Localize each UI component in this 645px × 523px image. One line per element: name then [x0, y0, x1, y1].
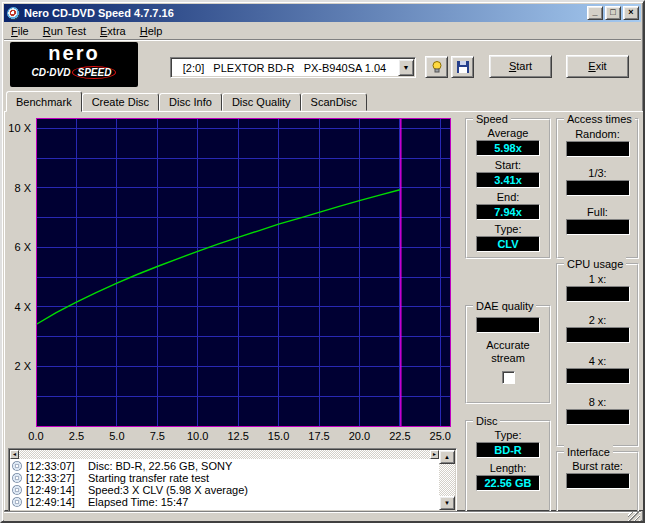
svg-text:7.5: 7.5	[150, 430, 165, 442]
burst-rate-value	[566, 473, 630, 489]
cpu-1x-value	[566, 286, 630, 302]
titlebar[interactable]: Nero CD-DVD Speed 4.7.7.16 _ □ ×	[4, 4, 641, 22]
full-label: Full:	[587, 206, 608, 219]
cpu-2x-label: 2 x:	[589, 314, 607, 327]
one-third-label: 1/3:	[588, 167, 606, 180]
average-label: Average	[488, 127, 529, 140]
disc-length-label: Length:	[490, 462, 527, 475]
cpu-4x-value	[566, 368, 630, 384]
average-value: 5.98x	[476, 140, 540, 156]
scroll-up-button[interactable]: ▲	[439, 450, 455, 464]
scroll-down-button[interactable]: ▼	[439, 496, 455, 510]
access-times-panel: Access times Random: 1/3: Full:	[556, 118, 639, 259]
speed-panel: Speed Average 5.98x Start: 3.41x End: 7.…	[465, 118, 551, 259]
app-window: Nero CD-DVD Speed 4.7.7.16 _ □ × File Ru…	[0, 0, 645, 523]
close-button[interactable]: ×	[623, 6, 639, 20]
cpu-8x-label: 8 x:	[589, 396, 607, 409]
disc-type-value: BD-R	[476, 442, 540, 458]
disc-icon	[12, 497, 22, 507]
svg-text:22.5: 22.5	[389, 430, 410, 442]
menu-help[interactable]: Help	[133, 23, 170, 39]
svg-text:12.5: 12.5	[227, 430, 248, 442]
svg-text:0.0: 0.0	[28, 430, 43, 442]
tabstrip: Benchmark Create Disc Disc Info Disc Qua…	[6, 90, 367, 111]
cpu-usage-panel: CPU usage 1 x: 2 x: 4 x: 8 x:	[556, 263, 639, 447]
speed-type-value: CLV	[476, 236, 540, 252]
log-entry[interactable]: [12:33:27] Starting transfer rate test	[11, 472, 438, 484]
svg-text:2.5: 2.5	[69, 430, 84, 442]
benchmark-chart: 2 X4 X6 X8 X10 X0.02.55.07.510.012.515.0…	[6, 114, 458, 446]
log-text: Disc: BD-R, 22.56 GB, SONY	[88, 460, 232, 472]
logo-cddvd: CD·DVD	[32, 67, 71, 78]
svg-text:15.0: 15.0	[268, 430, 289, 442]
disc-panel: Disc Type: BD-R Length: 22.56 GB	[465, 420, 551, 515]
vertical-scroll-track[interactable]	[439, 464, 455, 496]
horizontal-scroll-track[interactable]	[19, 450, 430, 459]
maximize-button[interactable]: □	[605, 6, 621, 20]
dae-quality-panel: DAE quality Accurate stream	[465, 305, 551, 404]
window-title: Nero CD-DVD Speed 4.7.7.16	[24, 7, 587, 19]
svg-text:10 X: 10 X	[8, 122, 31, 134]
disc-type-label: Type:	[495, 429, 522, 442]
menu-run-test[interactable]: Run Test	[36, 23, 93, 39]
svg-text:10.0: 10.0	[187, 430, 208, 442]
tab-benchmark[interactable]: Benchmark	[6, 91, 82, 112]
resize-grip[interactable]	[628, 512, 640, 522]
cddvd-speed-logo-text: CD·DVDSPEED	[10, 65, 138, 81]
tab-disc-info[interactable]: Disc Info	[159, 93, 222, 111]
log-text: Speed:3 X CLV (5.98 X average)	[88, 484, 248, 496]
interface-panel: Interface Burst rate:	[556, 451, 639, 515]
drive-selector[interactable]: [2:0] PLEXTOR BD-R PX-B940SA 1.04 ▼	[170, 57, 416, 78]
random-value	[566, 141, 630, 157]
tab-create-disc[interactable]: Create Disc	[82, 93, 159, 111]
start-button[interactable]: Start	[489, 55, 552, 78]
log-entry[interactable]: [12:33:07] Disc: BD-R, 22.56 GB, SONY	[11, 460, 438, 472]
svg-text:20.0: 20.0	[349, 430, 370, 442]
svg-text:4 X: 4 X	[14, 301, 31, 313]
svg-text:2 X: 2 X	[14, 360, 31, 372]
log-time: [12:49:14]	[26, 496, 82, 508]
log-horizontal-scrollbar[interactable]: ◄ ►	[10, 450, 439, 459]
logo-speed: SPEED	[72, 66, 116, 79]
options-button[interactable]	[425, 56, 448, 78]
accurate-stream-label: Accurate stream	[478, 339, 538, 365]
save-button[interactable]	[451, 56, 474, 78]
log-entry[interactable]: [12:49:14] Elapsed Time: 15:47	[11, 496, 438, 508]
burst-rate-label: Burst rate:	[572, 460, 623, 473]
exit-button[interactable]: Exit	[566, 55, 629, 78]
cpu-2x-value	[566, 327, 630, 343]
svg-text:6 X: 6 X	[14, 241, 31, 253]
disc-icon	[12, 485, 22, 495]
window-controls: _ □ ×	[587, 6, 639, 20]
one-third-value	[566, 180, 630, 196]
app-icon	[7, 7, 20, 20]
disc-icon	[12, 473, 22, 483]
log-vertical-scrollbar[interactable]: ▲ ▼	[439, 450, 455, 510]
accurate-stream-checkbox[interactable]	[502, 371, 515, 384]
speed-type-label: Type:	[495, 223, 522, 236]
toolbar: nero CD·DVDSPEED [2:0] PLEXTOR BD-R PX-B…	[4, 41, 641, 91]
log-rows: [12:33:07] Disc: BD-R, 22.56 GB, SONY [1…	[11, 460, 438, 510]
scroll-left-button[interactable]: ◄	[10, 450, 19, 459]
minimize-button[interactable]: _	[587, 6, 603, 20]
nero-logo-text: nero	[10, 42, 138, 65]
scroll-right-button[interactable]: ►	[430, 450, 439, 459]
full-value	[566, 219, 630, 235]
status-log: ◄ ► [12:33:07] Disc: BD-R, 22.56 GB, SON…	[8, 448, 457, 512]
svg-text:25.0: 25.0	[430, 430, 451, 442]
svg-text:5.0: 5.0	[109, 430, 124, 442]
statusbar	[4, 511, 641, 523]
dropdown-arrow-icon[interactable]: ▼	[398, 59, 414, 76]
menubar: File Run Test Extra Help	[4, 22, 641, 40]
menu-file[interactable]: File	[4, 23, 36, 39]
tab-scandisc[interactable]: ScanDisc	[301, 93, 367, 111]
save-icon	[456, 60, 470, 74]
cpu-4x-label: 4 x:	[589, 355, 607, 368]
menu-extra[interactable]: Extra	[93, 23, 133, 39]
tab-disc-quality[interactable]: Disc Quality	[222, 93, 301, 111]
svg-text:8 X: 8 X	[14, 182, 31, 194]
nero-logo: nero CD·DVDSPEED	[10, 42, 138, 87]
log-text: Elapsed Time: 15:47	[88, 496, 188, 508]
log-entry[interactable]: [12:49:14] Speed:3 X CLV (5.98 X average…	[11, 484, 438, 496]
end-value: 7.94x	[476, 204, 540, 220]
